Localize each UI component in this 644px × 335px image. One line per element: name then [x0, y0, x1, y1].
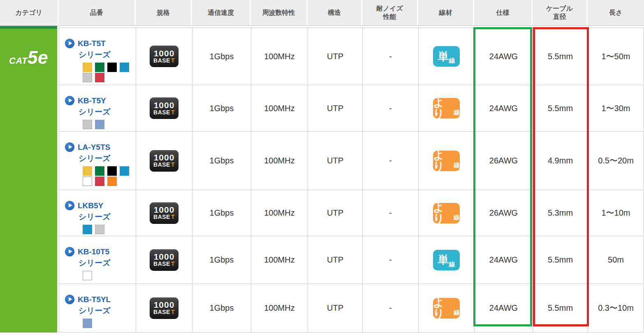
badge-base-t-label: BASET: [153, 261, 175, 267]
category-top-stripe: [0, 26, 57, 29]
color-swatches: [83, 319, 133, 328]
structure-cell: UTP: [308, 190, 363, 236]
speed-cell: 1Gbps: [192, 284, 251, 333]
column-header-speed: 通信速度: [192, 0, 251, 26]
badge-1000base-t: 1000 BASET: [150, 46, 178, 67]
color-swatches: [83, 225, 133, 234]
length-cell: 1〜30m: [588, 85, 644, 132]
frequency-cell: 100MHz: [251, 85, 308, 132]
wire-cell: より 線: [419, 85, 475, 132]
color-swatch: [95, 120, 104, 129]
structure-cell: UTP: [308, 236, 363, 284]
badge-1000-label: 1000: [154, 252, 175, 261]
color-swatch: [95, 166, 104, 176]
color-swatch: [107, 166, 117, 176]
product-link[interactable]: KB-T5T: [78, 39, 106, 48]
table-row: KB-T5T シリーズ 1000 BASET 1Gbps: [59, 28, 644, 85]
wire-type-badge-solid: 単 線: [433, 250, 460, 270]
column-header-wire: 線材: [418, 0, 474, 26]
standard-cell: 1000 BASET: [136, 236, 192, 284]
product-link[interactable]: KB-T5YL: [78, 295, 111, 304]
diameter-cell: 5.5mm: [533, 236, 588, 284]
wire-type-badge-solid: 単 線: [433, 46, 460, 67]
noise-cell: -: [363, 190, 419, 236]
wire-badge-sub: 線: [454, 162, 460, 168]
wire-type-badge-stranded: より 線: [433, 98, 460, 119]
color-swatches: [83, 120, 133, 129]
speed-cell: 1Gbps: [192, 132, 251, 190]
wire-badge-main: より: [433, 97, 454, 119]
badge-1000-label: 1000: [154, 153, 175, 162]
product-link[interactable]: KB-T5Y: [78, 96, 106, 105]
badge-base-t-label: BASET: [153, 162, 175, 168]
play-icon: [65, 295, 74, 304]
wire-cell: 単 線: [419, 28, 475, 85]
spec-cell: 26AWG: [475, 132, 533, 190]
wire-type-badge-stranded: より 線: [433, 203, 460, 223]
play-icon: [65, 142, 74, 152]
table-row: KB-10T5 シリーズ 1000 BASET 1Gbps 100MHz UTP…: [59, 236, 644, 284]
structure-cell: UTP: [308, 85, 363, 132]
column-header-part-number: 品番: [59, 0, 136, 26]
badge-1000base-t: 1000 BASET: [150, 150, 178, 172]
color-swatches: [83, 63, 133, 82]
color-swatch: [83, 225, 92, 234]
badge-1000base-t: 1000 BASET: [150, 202, 178, 224]
product-series-label: シリーズ: [79, 258, 136, 268]
product-link[interactable]: LKB5Y: [78, 201, 103, 210]
color-swatch: [83, 177, 92, 186]
color-swatches: [83, 166, 133, 186]
badge-base-t-label: BASET: [153, 109, 175, 116]
color-swatch: [83, 319, 92, 328]
wire-badge-main: より: [433, 297, 454, 319]
table-row: KB-T5Y シリーズ 1000 BASET 1Gbps 100MHz UTP …: [59, 85, 644, 132]
spec-cell: 24AWG: [475, 85, 533, 132]
cat5e-logo: CAT 5e: [0, 49, 57, 67]
spec-cell: 24AWG: [475, 236, 533, 284]
wire-cell: より 線: [419, 190, 475, 236]
badge-1000-label: 1000: [154, 49, 175, 58]
product-series-label: シリーズ: [79, 107, 136, 117]
standard-cell: 1000 BASET: [136, 85, 192, 132]
noise-cell: -: [363, 236, 419, 284]
color-swatch: [83, 271, 92, 280]
badge-1000-label: 1000: [154, 101, 175, 109]
color-swatch: [95, 177, 104, 186]
column-header-length: 長さ: [588, 0, 644, 26]
product-cell: LA-Y5TS シリーズ: [59, 132, 136, 190]
column-header-diameter: ケーブル 直径: [533, 0, 588, 26]
color-swatch: [95, 63, 104, 72]
noise-cell: -: [363, 132, 419, 190]
length-cell: 0.5〜20m: [588, 132, 644, 190]
frequency-cell: 100MHz: [251, 284, 308, 333]
wire-badge-main: 単: [438, 254, 449, 265]
color-swatch: [83, 63, 92, 72]
wire-cell: より 線: [419, 284, 475, 333]
color-swatch: [107, 177, 117, 186]
wire-badge-main: より: [433, 150, 454, 172]
wire-cell: 単 線: [419, 236, 475, 284]
column-header-noise: 耐ノイズ 性能: [362, 0, 418, 26]
product-series-label: シリーズ: [79, 153, 136, 164]
column-header-structure: 構造: [308, 0, 362, 26]
length-cell: 1〜10m: [588, 190, 644, 236]
wire-badge-sub: 線: [449, 261, 455, 267]
product-link[interactable]: LA-Y5TS: [78, 143, 110, 152]
wire-type-badge-stranded: より 線: [433, 151, 460, 171]
spec-cell: 24AWG: [475, 28, 533, 85]
product-link[interactable]: KB-10T5: [78, 247, 109, 256]
structure-cell: UTP: [308, 284, 363, 333]
standard-cell: 1000 BASET: [136, 132, 192, 190]
structure-cell: UTP: [308, 28, 363, 85]
length-cell: 1〜50m: [588, 28, 644, 85]
color-swatch: [95, 225, 104, 234]
badge-1000base-t: 1000 BASET: [150, 249, 178, 271]
cat5e-logo-prefix: CAT: [9, 56, 28, 66]
color-swatch: [95, 73, 104, 82]
badge-1000-label: 1000: [154, 205, 175, 214]
column-header-frequency: 周波数特性: [251, 0, 308, 26]
play-icon: [65, 201, 74, 210]
badge-1000-label: 1000: [154, 300, 175, 309]
structure-cell: UTP: [308, 132, 363, 190]
product-series-label: シリーズ: [79, 49, 136, 60]
